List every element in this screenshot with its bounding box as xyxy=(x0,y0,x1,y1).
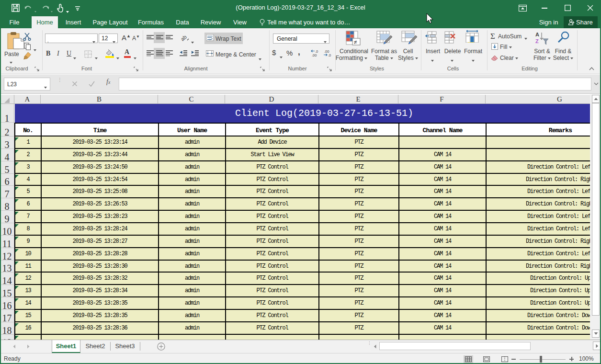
svg-text:ab: ab xyxy=(181,34,188,42)
svg-text:A: A xyxy=(535,32,539,37)
svg-text:.0: .0 xyxy=(328,53,331,57)
svg-text:≠: ≠ xyxy=(354,39,357,46)
svg-text:.00: .00 xyxy=(312,53,317,57)
svg-text:Z: Z xyxy=(535,38,539,44)
